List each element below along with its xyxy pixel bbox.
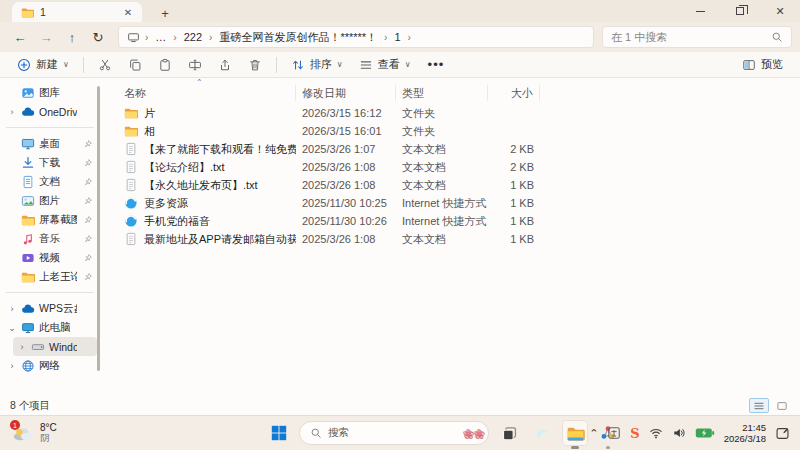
cut-button[interactable] xyxy=(91,54,119,76)
table-row[interactable]: 手机党的福音 2025/11/30 10:26 Internet 快捷方式 1 … xyxy=(118,212,800,230)
sidebar-item-label: 桌面 xyxy=(39,137,77,151)
file-size: 1 KB xyxy=(488,197,540,209)
file-type-icon xyxy=(124,232,138,246)
column-header-date[interactable]: 修改日期 xyxy=(296,85,396,101)
up-button[interactable]: ↑ xyxy=(60,25,84,49)
sidebar-item-label: 图库 xyxy=(39,86,77,100)
table-row[interactable]: 最新地址及APP请发邮箱自动获取！！！.txt 2025/3/26 1:08 文… xyxy=(118,230,800,248)
table-row[interactable]: 【永久地址发布页】.txt 2025/3/26 1:08 文本文档 1 KB xyxy=(118,176,800,194)
volume-icon[interactable] xyxy=(672,426,686,440)
table-row[interactable]: 片 2026/3/15 16:12 文件夹 xyxy=(118,104,800,122)
notification-badge: 1 xyxy=(10,420,20,430)
refresh-button[interactable]: ↻ xyxy=(86,25,110,49)
battery-icon[interactable] xyxy=(695,427,715,439)
file-type-icon xyxy=(124,124,138,138)
sidebar-item-文档[interactable]: 文档 xyxy=(3,172,97,191)
taskbar-search[interactable]: 搜索 ❀❀ xyxy=(299,421,489,445)
sidebar-item-OneDrive[interactable]: › OneDrive xyxy=(3,102,97,121)
clock[interactable]: 21:45 2026/3/18 xyxy=(724,422,766,445)
file-name: 最新地址及APP请发邮箱自动获取！！！.txt xyxy=(144,232,296,247)
column-header-size[interactable]: 大小 xyxy=(488,85,540,101)
pin-icon xyxy=(81,234,95,244)
this-pc-icon[interactable] xyxy=(125,31,142,44)
pin-icon xyxy=(81,196,95,206)
sidebar-item-Windows-SSD[interactable]: › Windows-SSD xyxy=(13,337,97,356)
toolbar-divider xyxy=(83,57,84,73)
expander-chevron-icon[interactable]: › xyxy=(7,304,17,314)
sidebar-item-icon xyxy=(21,194,35,208)
sidebar-item-桌面[interactable]: 桌面 xyxy=(3,134,97,153)
minimize-button[interactable] xyxy=(680,0,720,22)
rename-button[interactable] xyxy=(181,54,209,76)
file-name: 片 xyxy=(144,106,155,121)
start-button[interactable] xyxy=(266,420,292,446)
sidebar-item-图片[interactable]: 图片 xyxy=(3,191,97,210)
view-button[interactable]: 查看 ∨ xyxy=(352,54,418,76)
hidden-icons-chevron[interactable]: ⌃ xyxy=(589,427,598,440)
details-view-button[interactable] xyxy=(749,398,769,413)
cut-icon xyxy=(98,58,112,72)
sidebar-item-音乐[interactable]: 音乐 xyxy=(3,229,97,248)
tab-title: 1 xyxy=(40,6,114,18)
breadcrumb[interactable]: › … › 222›重磅全网首发原创作品！******！›1› xyxy=(118,26,594,48)
forward-button[interactable]: → xyxy=(34,25,58,49)
close-button[interactable]: ✕ xyxy=(760,0,800,22)
new-tab-button[interactable]: + xyxy=(152,4,178,22)
share-button[interactable] xyxy=(211,54,239,76)
delete-button[interactable] xyxy=(241,54,269,76)
file-size: 2 KB xyxy=(488,161,540,173)
file-type: 文件夹 xyxy=(396,124,488,139)
chevron-down-icon: ∨ xyxy=(63,60,69,69)
ime-tray-icon[interactable] xyxy=(607,426,621,440)
tab-close-icon[interactable]: ✕ xyxy=(120,4,136,20)
sidebar-item-label: 屏幕截图 xyxy=(39,213,77,227)
sort-button[interactable]: 排序 ∨ xyxy=(284,54,350,76)
desktop: 1 ✕ + ✕ ← → ↑ ↻ › … › 222›重磅全网首发原创作品！***… xyxy=(0,0,800,450)
column-header-name[interactable]: 名称 xyxy=(118,85,296,101)
paste-button[interactable] xyxy=(151,54,179,76)
explorer-tab[interactable]: 1 ✕ xyxy=(12,2,142,22)
pin-icon xyxy=(81,177,95,187)
sidebar-item-此电脑[interactable]: ⌄ 此电脑 xyxy=(3,318,97,337)
back-button[interactable]: ← xyxy=(8,25,32,49)
expander-chevron-icon[interactable]: › xyxy=(17,342,27,352)
restore-button[interactable] xyxy=(720,0,760,22)
sidebar-item-图库[interactable]: 图库 xyxy=(3,83,97,102)
weather-widget[interactable]: 1 8°C 阴 xyxy=(0,416,69,450)
window-controls: ✕ xyxy=(680,0,800,22)
sidebar-item-icon xyxy=(21,251,35,265)
breadcrumb-item[interactable]: 重磅全网首发原创作品！******！ xyxy=(215,30,381,45)
browser-button[interactable] xyxy=(529,420,555,446)
table-row[interactable]: 【论坛介绍】.txt 2025/3/26 1:08 文本文档 2 KB xyxy=(118,158,800,176)
column-header-type[interactable]: 类型 xyxy=(396,85,488,101)
expander-chevron-icon[interactable]: ⌄ xyxy=(7,323,17,333)
sidebar-item-下载[interactable]: 下载 xyxy=(3,153,97,172)
table-row[interactable]: 【来了就能下载和观看！纯免费！】.txt 2025/3/26 1:07 文本文档… xyxy=(118,140,800,158)
copy-button[interactable] xyxy=(121,54,149,76)
sidebar-item-WPS云盘[interactable]: › WPS云盘 xyxy=(3,299,97,318)
wifi-icon[interactable] xyxy=(649,426,663,440)
table-row[interactable]: 更多资源 2025/11/30 10:25 Internet 快捷方式 1 KB xyxy=(118,194,800,212)
sidebar-item-icon xyxy=(21,270,35,284)
search-input[interactable]: 在 1 中搜索 xyxy=(602,26,792,48)
sogou-input-icon[interactable]: S xyxy=(630,426,639,441)
new-button[interactable]: 新建 ∨ xyxy=(10,54,76,76)
file-date: 2025/3/26 1:08 xyxy=(296,179,396,191)
expander-chevron-icon[interactable]: › xyxy=(7,107,17,117)
breadcrumb-item[interactable]: 1 xyxy=(390,31,404,43)
sidebar-item-网络[interactable]: › 网络 xyxy=(3,356,97,375)
expander-chevron-icon[interactable]: › xyxy=(7,361,17,371)
sidebar-item-icon xyxy=(21,232,35,246)
breadcrumb-item[interactable]: 222 xyxy=(180,31,206,43)
breadcrumb-overflow[interactable]: … xyxy=(151,31,170,43)
pin-icon xyxy=(81,253,95,263)
preview-toggle-button[interactable]: 预览 xyxy=(735,54,790,76)
table-row[interactable]: 相 2026/3/15 16:01 文件夹 xyxy=(118,122,800,140)
large-icons-view-button[interactable] xyxy=(772,398,792,413)
notification-center-icon[interactable] xyxy=(775,426,790,441)
sidebar-item-视频[interactable]: 视频 xyxy=(3,248,97,267)
sidebar-item-上老王论坛当[interactable]: 上老王论坛当 xyxy=(3,267,97,286)
task-view-button[interactable] xyxy=(496,420,522,446)
sidebar-item-屏幕截图[interactable]: 屏幕截图 xyxy=(3,210,97,229)
more-options-button[interactable]: ••• xyxy=(420,54,453,76)
